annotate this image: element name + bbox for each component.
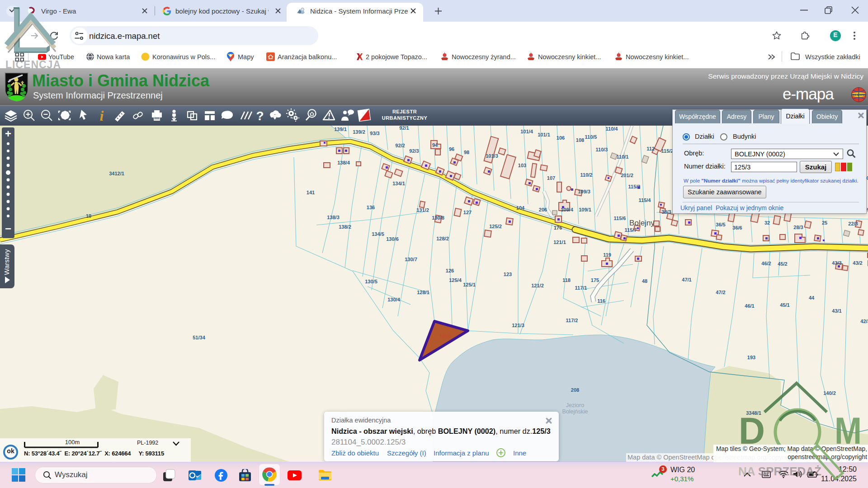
svg-text:110/2: 110/2 xyxy=(580,172,593,178)
svg-text:117/1: 117/1 xyxy=(575,285,587,291)
svg-text:96: 96 xyxy=(449,146,454,152)
svg-text:118: 118 xyxy=(562,277,571,283)
svg-text:109/1: 109/1 xyxy=(579,207,591,212)
svg-text:139/2: 139/2 xyxy=(353,129,365,135)
svg-text:125/2: 125/2 xyxy=(489,224,502,229)
svg-text:106: 106 xyxy=(557,135,565,141)
svg-text:25: 25 xyxy=(822,220,827,225)
svg-text:109/3: 109/3 xyxy=(578,189,590,194)
svg-text:46/1: 46/1 xyxy=(745,303,754,309)
svg-text:115/6: 115/6 xyxy=(614,216,626,221)
svg-text:3412/1: 3412/1 xyxy=(109,171,124,176)
svg-text:121/3: 121/3 xyxy=(512,323,524,328)
svg-text:101/1: 101/1 xyxy=(538,132,550,137)
svg-text:47/1: 47/1 xyxy=(682,277,691,282)
svg-text:208: 208 xyxy=(571,387,579,393)
svg-text:110/4: 110/4 xyxy=(606,126,618,131)
svg-text:141: 141 xyxy=(307,190,315,195)
svg-text:47/2: 47/2 xyxy=(716,290,725,295)
svg-text:130/4: 130/4 xyxy=(387,297,400,302)
svg-text:i: i xyxy=(100,108,104,124)
svg-text:136: 136 xyxy=(367,205,375,210)
svg-text:43/1: 43/1 xyxy=(832,308,841,314)
svg-text:206: 206 xyxy=(539,207,547,212)
svg-text:42/3: 42/3 xyxy=(860,319,868,324)
svg-text:201/2: 201/2 xyxy=(621,173,633,178)
svg-text:98: 98 xyxy=(464,150,469,155)
svg-text:123: 123 xyxy=(504,272,512,277)
svg-text:130/8: 130/8 xyxy=(432,215,444,221)
svg-text:104: 104 xyxy=(516,205,525,211)
svg-text:128/1: 128/1 xyxy=(417,290,429,295)
svg-text:38/3: 38/3 xyxy=(661,209,671,215)
svg-text:115/7: 115/7 xyxy=(625,227,637,233)
svg-text:51/34: 51/34 xyxy=(193,335,205,340)
svg-text:Bolejńskie: Bolejńskie xyxy=(562,408,588,415)
svg-text:101/4: 101/4 xyxy=(520,129,533,134)
svg-text:138/3: 138/3 xyxy=(327,215,340,220)
svg-text:103: 103 xyxy=(518,163,526,168)
svg-text:36/5: 36/5 xyxy=(716,222,725,227)
svg-text:121/1: 121/1 xyxy=(553,239,566,245)
svg-text:93/3: 93/3 xyxy=(370,131,379,136)
svg-text:92/1: 92/1 xyxy=(399,126,409,131)
svg-text:115/4: 115/4 xyxy=(639,197,651,203)
svg-text:112: 112 xyxy=(646,146,655,151)
svg-text:28/3: 28/3 xyxy=(793,225,803,230)
svg-text:127: 127 xyxy=(463,210,472,215)
svg-text:46/2: 46/2 xyxy=(761,261,771,266)
svg-text:116: 116 xyxy=(597,298,605,304)
svg-text:128/2: 128/2 xyxy=(436,236,449,241)
svg-text:GEO-SYSTEM: GEO-SYSTEM xyxy=(851,94,866,96)
svg-text:117/2: 117/2 xyxy=(566,318,578,323)
svg-text:101/3: 101/3 xyxy=(486,153,498,159)
svg-text:48: 48 xyxy=(642,278,647,284)
svg-text:130/6: 130/6 xyxy=(386,236,399,242)
svg-text:92/3: 92/3 xyxy=(409,148,419,154)
svg-text:43/3: 43/3 xyxy=(832,260,841,266)
svg-text:115/3: 115/3 xyxy=(628,184,641,189)
svg-text:175: 175 xyxy=(591,277,599,283)
svg-text:107: 107 xyxy=(547,175,555,181)
svg-text:119: 119 xyxy=(603,252,611,258)
svg-text:139/1: 139/1 xyxy=(334,127,347,132)
svg-text:45/1: 45/1 xyxy=(780,302,789,308)
svg-text:94: 94 xyxy=(432,142,438,148)
svg-text:125/3: 125/3 xyxy=(439,334,451,339)
svg-text:Bolejny: Bolejny xyxy=(629,219,655,227)
svg-text:19: 19 xyxy=(86,213,91,219)
svg-text:130/7: 130/7 xyxy=(405,257,417,262)
svg-text:134/1: 134/1 xyxy=(392,181,405,186)
svg-text:108: 108 xyxy=(576,137,584,143)
svg-text:125/1: 125/1 xyxy=(463,282,476,287)
svg-text:138/2: 138/2 xyxy=(339,224,351,230)
svg-text:36/6: 36/6 xyxy=(732,225,742,230)
svg-text:92/2: 92/2 xyxy=(395,143,405,148)
svg-text:32: 32 xyxy=(764,220,770,225)
svg-text:?: ? xyxy=(256,109,264,123)
svg-text:126: 126 xyxy=(446,268,454,273)
svg-text:22/3: 22/3 xyxy=(848,221,858,226)
svg-text:134/5: 134/5 xyxy=(372,231,384,237)
svg-text:121/2: 121/2 xyxy=(531,283,544,288)
svg-text:109/4: 109/4 xyxy=(561,207,573,212)
svg-text:Jezioro: Jezioro xyxy=(566,402,584,408)
svg-text:44: 44 xyxy=(809,295,815,300)
svg-text:130/5: 130/5 xyxy=(365,279,377,284)
svg-text:45/2: 45/2 xyxy=(778,261,787,267)
svg-text:131/2: 131/2 xyxy=(416,207,429,213)
svg-text:138/4: 138/4 xyxy=(337,160,350,165)
svg-text:110/1: 110/1 xyxy=(617,154,629,160)
svg-text:43/2: 43/2 xyxy=(853,260,862,266)
svg-text:125/4: 125/4 xyxy=(449,277,462,283)
svg-text:115/2: 115/2 xyxy=(661,148,674,154)
svg-text:176: 176 xyxy=(554,225,562,230)
svg-text:110/5: 110/5 xyxy=(585,134,597,140)
svg-text:110/3: 110/3 xyxy=(596,147,608,152)
